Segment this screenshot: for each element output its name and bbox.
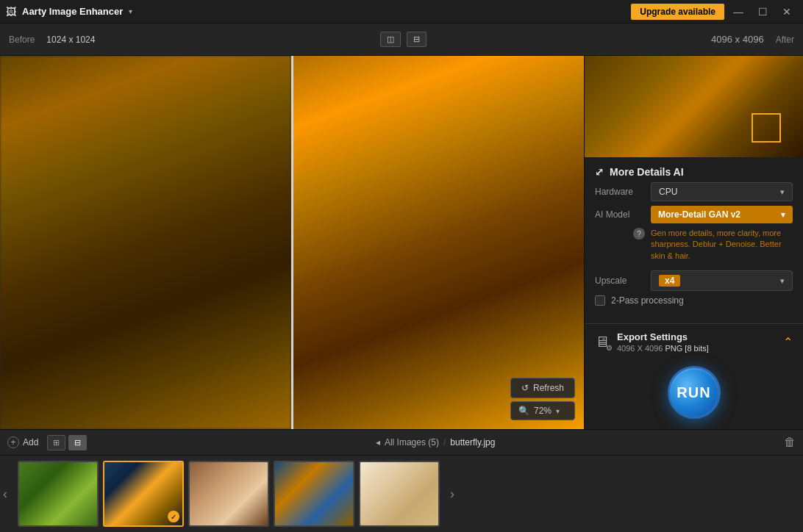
hardware-value: CPU <box>659 187 780 197</box>
thumbnails-area: ‹ ✓ › <box>0 456 803 532</box>
prev-thumbnail-arrow[interactable]: ‹ <box>0 486 10 502</box>
after-panel <box>293 56 585 429</box>
export-bits: [8 bits] <box>685 344 708 353</box>
image-viewer: ↺ Refresh 🔍 72% ▾ <box>0 56 584 429</box>
titlebar-left: 🖼 Aarty Image Enhancer ▾ <box>6 6 132 18</box>
preview-selection-rect <box>752 113 781 143</box>
thumbnail-4-image <box>275 462 353 525</box>
export-title: Export Settings <box>617 331 776 342</box>
upscale-chevron-icon: ▾ <box>780 276 785 286</box>
minimize-button[interactable]: — <box>727 3 749 21</box>
app-title-chevron-icon: ▾ <box>129 7 132 15</box>
thumbnail-1-image <box>19 462 97 525</box>
more-details-title-text: More Details AI <box>610 166 684 178</box>
zoom-value: 72% <box>534 406 552 416</box>
refresh-icon: ↺ <box>521 383 529 393</box>
breadcrumb: ◂ All Images (5) / butterfly.jpg <box>96 437 775 447</box>
upscale-row: Upscale x4 ▾ <box>595 270 793 291</box>
export-icon-wrap: 🖥 ⚙ <box>595 334 610 351</box>
ai-model-value: More-Detail GAN v2 <box>658 209 740 220</box>
export-format: PNG <box>665 344 682 353</box>
panel-body: ⤢ More Details AI Hardware CPU ▾ AI Mode… <box>585 157 803 323</box>
export-gear-icon: ⚙ <box>606 344 613 352</box>
export-section: 🖥 ⚙ Export Settings 4096 X 4096 PNG [8 b… <box>585 323 803 360</box>
before-label: Before <box>9 35 35 45</box>
breadcrumb-current: butterfly.jpg <box>450 437 495 447</box>
view-toggle-group: ⊞ ⊟ <box>47 435 87 450</box>
thumbnail-2[interactable]: ✓ <box>103 461 184 527</box>
thumbnail-3-image <box>190 462 268 525</box>
more-details-title: ⤢ More Details AI <box>595 166 793 178</box>
viewer-split <box>0 56 584 429</box>
right-panel: ⤢ More Details AI Hardware CPU ▾ AI Mode… <box>584 56 803 429</box>
ai-model-chevron-icon: ▾ <box>781 210 785 220</box>
close-button[interactable]: ✕ <box>777 3 797 21</box>
after-image <box>293 56 585 429</box>
hardware-chevron-icon: ▾ <box>780 187 785 197</box>
thumbnail-2-check: ✓ <box>168 511 179 522</box>
run-button[interactable]: RUN <box>668 366 721 419</box>
two-pass-checkbox[interactable] <box>595 295 605 306</box>
upscale-select[interactable]: x4 ▾ <box>651 270 793 291</box>
two-pass-label: 2-Pass processing <box>611 295 684 306</box>
help-text: Gen more details, more clarity, more sha… <box>651 228 793 262</box>
maximize-button[interactable]: ☐ <box>752 3 774 21</box>
export-expand-icon[interactable]: ⌃ <box>783 335 793 349</box>
titlebar: 🖼 Aarty Image Enhancer ▾ Upgrade availab… <box>0 0 803 24</box>
hardware-select[interactable]: CPU ▾ <box>651 182 793 201</box>
preview-area <box>585 56 803 157</box>
thumbnail-3[interactable] <box>188 461 269 527</box>
hardware-label: Hardware <box>595 187 645 197</box>
run-btn-wrap: RUN <box>585 360 803 429</box>
before-image <box>0 56 291 429</box>
thumbnail-4[interactable] <box>274 461 354 527</box>
main-area: ↺ Refresh 🔍 72% ▾ ⤢ More Details AI <box>0 56 803 429</box>
add-button[interactable]: + Add <box>7 436 38 448</box>
nav-back-icon[interactable]: ◂ <box>376 437 380 447</box>
view-toggle-split[interactable]: ◫ <box>380 32 401 47</box>
upscale-label: Upscale <box>595 276 645 286</box>
question-icon[interactable]: ? <box>633 228 645 240</box>
zoom-icon: 🔍 <box>518 406 529 416</box>
next-thumbnail-arrow[interactable]: › <box>447 486 457 502</box>
bottom-bar: + Add ⊞ ⊟ ◂ All Images (5) / butterfly.j… <box>0 429 803 532</box>
thumbnail-5[interactable] <box>359 461 440 527</box>
top-toolbar: Before 1024 x 1024 ◫ ⊟ 4096 x 4096 After <box>0 24 803 56</box>
upgrade-button[interactable]: Upgrade available <box>631 4 724 20</box>
after-size: 4096 x 4096 <box>711 34 764 45</box>
before-size: 1024 x 1024 <box>46 35 95 45</box>
thumbnail-strip: ✓ <box>10 456 447 532</box>
toolbar-center: ◫ ⊟ <box>107 32 699 47</box>
export-size: 4096 X 4096 <box>617 344 663 353</box>
add-label: Add <box>23 437 38 447</box>
help-icon: ? <box>595 228 645 240</box>
add-icon: + <box>7 436 19 448</box>
breadcrumb-wrap: ◂ All Images (5) / butterfly.jpg <box>96 437 775 447</box>
viewer-overlay: ↺ Refresh 🔍 72% ▾ <box>510 378 575 420</box>
ai-model-select[interactable]: More-Detail GAN v2 ▾ <box>651 206 793 223</box>
grid-view-button[interactable]: ⊞ <box>47 435 65 450</box>
zoom-chevron-icon[interactable]: ▾ <box>556 407 560 415</box>
breadcrumb-nav[interactable]: All Images (5) <box>385 437 439 447</box>
hardware-row: Hardware CPU ▾ <box>595 182 793 201</box>
list-view-button[interactable]: ⊟ <box>68 435 87 450</box>
upscale-value: x4 <box>659 275 680 287</box>
app-icon: 🖼 <box>6 6 16 18</box>
bottom-toolbar: + Add ⊞ ⊟ ◂ All Images (5) / butterfly.j… <box>0 430 803 456</box>
help-row: ? Gen more details, more clarity, more s… <box>595 228 793 266</box>
ai-model-label: AI Model <box>595 209 645 220</box>
ai-model-row: AI Model More-Detail GAN v2 ▾ <box>595 206 793 223</box>
two-pass-row: 2-Pass processing <box>595 295 793 306</box>
more-details-icon: ⤢ <box>595 166 604 178</box>
thumbnail-1[interactable] <box>18 461 99 527</box>
breadcrumb-separator: / <box>443 437 446 447</box>
view-toggle-side[interactable]: ⊟ <box>407 32 427 47</box>
export-details: 4096 X 4096 PNG [8 bits] <box>617 344 776 353</box>
after-label: After <box>776 35 794 45</box>
more-details-section: ⤢ More Details AI Hardware CPU ▾ AI Mode… <box>595 166 793 309</box>
refresh-label: Refresh <box>533 383 564 393</box>
thumbnail-5-image <box>360 462 438 525</box>
delete-button[interactable]: 🗑 <box>784 436 796 449</box>
app-title: Aarty Image Enhancer <box>22 6 123 17</box>
refresh-button[interactable]: ↺ Refresh <box>510 378 575 398</box>
